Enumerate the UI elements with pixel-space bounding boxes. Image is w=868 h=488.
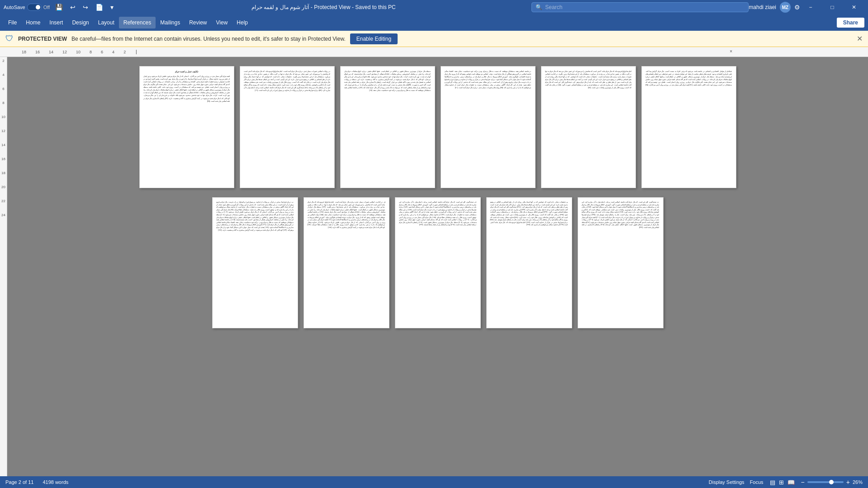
- view-icons: ▤ ⊞ 📖: [769, 478, 796, 487]
- menu-help[interactable]: Help: [232, 17, 252, 28]
- menu-file[interactable]: File: [4, 17, 21, 28]
- page-text-7: پ- دربارهٔ هزارها سخن در قرآن و روایات ا…: [216, 201, 294, 232]
- statusbar-right: Display Settings Focus ▤ ⊞ 📖 − + 26%: [709, 478, 863, 487]
- page-content-11: ث- نتیجه‌گیری کلی این است که مال حرام آف…: [578, 198, 663, 328]
- shield-icon: 🛡: [5, 34, 14, 43]
- page-content-4: در جامعه اسلامی همه مسلمانان موظفند که ن…: [441, 66, 535, 188]
- zoom-slider[interactable]: [807, 481, 844, 483]
- page-text-4: در جامعه اسلامی همه مسلمانان موظفند که ن…: [445, 70, 531, 89]
- display-settings[interactable]: Display Settings: [709, 479, 745, 485]
- page-text-10: و- تحقیقات نشان داده است که جوامعی که در…: [490, 201, 568, 227]
- redo-icon[interactable]: ↪: [81, 3, 90, 12]
- document-page-3[interactable]: مسئله مال حرام از مهم‌ترین مسائل فقهی و …: [340, 66, 435, 188]
- page-content-3: مسئله مال حرام از مهم‌ترین مسائل فقهی و …: [341, 66, 435, 188]
- page-text-5: امام صادق(ع) فرموده‌اند که مال حرام مانن…: [545, 70, 632, 89]
- focus-button[interactable]: Focus: [750, 479, 764, 485]
- document-area[interactable]: تکلیف عمل و لقمه حرام لقمه حرام تأثیر بس…: [7, 57, 868, 476]
- document-title: آثار شوم مال و لقمه حرام - Protected Vie…: [115, 4, 531, 10]
- page-content-9: ف- نتیجه‌گیری کلی این است که مال حرام آف…: [395, 198, 480, 328]
- minimize-button[interactable]: −: [800, 0, 821, 14]
- share-button[interactable]: Share: [837, 18, 864, 28]
- protected-view-message: Be careful—files from the Internet can c…: [71, 36, 346, 42]
- document-page-11[interactable]: ث- نتیجه‌گیری کلی این است که مال حرام آف…: [578, 197, 664, 328]
- enable-editing-button[interactable]: Enable Editing: [350, 33, 398, 44]
- page-content-10: و- تحقیقات نشان داده است که جوامعی که در…: [487, 198, 572, 328]
- save-icon[interactable]: 💾: [53, 3, 65, 12]
- document-page-10[interactable]: و- تحقیقات نشان داده است که جوامعی که در…: [486, 197, 572, 328]
- customize-icon[interactable]: ▾: [109, 3, 115, 12]
- new-doc-icon[interactable]: 📄: [94, 3, 105, 12]
- print-layout-icon[interactable]: ▤: [769, 478, 776, 487]
- page-text-9: ف- نتیجه‌گیری کلی این است که مال حرام آف…: [399, 201, 477, 227]
- ruler-marker: |: [136, 49, 137, 54]
- titlebar-left: AutoSave Off 💾 ↩ ↪ 📄 ▾: [4, 3, 115, 12]
- page-text-3: مسئله مال حرام از مهم‌ترین مسائل فقهی و …: [344, 70, 431, 92]
- document-page-7[interactable]: پ- دربارهٔ هزارها سخن در قرآن و روایات ا…: [212, 197, 298, 328]
- document-page-6[interactable]: شبکه‌ای از عوامل اقتصادی و اجتماعی در جا…: [641, 66, 736, 188]
- statusbar: Page 2 of 11 4198 words Display Settings…: [0, 476, 868, 488]
- autosave-state: Off: [43, 5, 50, 10]
- pages-container: تکلیف عمل و لقمه حرام لقمه حرام تأثیر بس…: [16, 66, 859, 328]
- word-count: 4198 words: [43, 479, 68, 485]
- protected-view-title: PROTECTED VIEW: [18, 36, 67, 42]
- autosave-control[interactable]: AutoSave Off: [4, 4, 50, 11]
- menu-view[interactable]: View: [212, 17, 232, 28]
- horizontal-ruler: | 18 16 14 12 10 8 6 4 2 ×: [0, 47, 868, 57]
- menubar: File Home Insert Design Layout Reference…: [0, 14, 868, 31]
- menu-insert[interactable]: Insert: [45, 17, 67, 28]
- menu-layout[interactable]: Layout: [94, 17, 119, 28]
- autosave-label: AutoSave: [4, 5, 25, 10]
- pages-row-2: پ- دربارهٔ هزارها سخن در قرآن و روایات ا…: [212, 197, 664, 328]
- autosave-toggle[interactable]: [27, 4, 42, 11]
- page-title-1: تکلیف عمل و لقمه حرام: [143, 70, 230, 73]
- user-avatar: MZ: [780, 2, 791, 13]
- document-page-8[interactable]: ق- در احادیث اسلامی تعبیرات بسیار تندی د…: [304, 197, 389, 328]
- main-area: 2 4 6 8 10 12 14 16 18 20 22 24 تکلیف عم…: [0, 57, 868, 476]
- close-button[interactable]: ✕: [844, 0, 864, 14]
- protected-view-bar: 🛡 PROTECTED VIEW Be careful—files from t…: [0, 31, 868, 47]
- page-text-1: لقمه حرام تأثیر بسیار بدی در روح و روان …: [143, 75, 230, 103]
- undo-icon[interactable]: ↩: [68, 3, 77, 12]
- username: mahdi ziaei: [749, 4, 776, 10]
- page-content-6: شبکه‌ای از عوامل اقتصادی و اجتماعی در جا…: [642, 66, 736, 188]
- search-input[interactable]: [545, 4, 745, 10]
- ruler-numbers: 18 16 14 12 10 8 6 4 2: [22, 50, 126, 54]
- zoom-level: 26%: [853, 479, 863, 485]
- zoom-in-button[interactable]: +: [846, 479, 850, 486]
- read-mode-icon[interactable]: 📖: [787, 478, 796, 487]
- menu-design[interactable]: Design: [67, 17, 93, 28]
- page-text-8: ق- در احادیث اسلامی تعبیرات بسیار تندی د…: [308, 201, 385, 229]
- zoom-controls: − + 26%: [801, 479, 863, 486]
- document-page-5[interactable]: امام صادق(ع) فرموده‌اند که مال حرام مانن…: [541, 66, 636, 188]
- ruler-end-marker: ×: [730, 49, 732, 54]
- protected-view-close-button[interactable]: ✕: [857, 34, 863, 43]
- page-text-2: در روایات اسلامی تعبیرات بسیار تندی دربا…: [244, 70, 331, 92]
- titlebar: AutoSave Off 💾 ↩ ↪ 📄 ▾ آثار شوم مال و لق…: [0, 0, 868, 14]
- document-page-4[interactable]: در جامعه اسلامی همه مسلمانان موظفند که ن…: [441, 66, 536, 188]
- user-info: mahdi ziaei MZ ⚙: [749, 2, 800, 13]
- menu-mailings[interactable]: Mailings: [156, 17, 185, 28]
- page-content-8: ق- در احادیث اسلامی تعبیرات بسیار تندی د…: [304, 198, 389, 328]
- vertical-ruler: 2 4 6 8 10 12 14 16 18 20 22 24: [0, 57, 7, 476]
- document-page-1[interactable]: تکلیف عمل و لقمه حرام لقمه حرام تأثیر بس…: [139, 66, 234, 188]
- page-content-5: امام صادق(ع) فرموده‌اند که مال حرام مانن…: [541, 66, 636, 188]
- settings-icon[interactable]: ⚙: [794, 4, 800, 11]
- document-page-9[interactable]: ف- نتیجه‌گیری کلی این است که مال حرام آف…: [395, 197, 481, 328]
- search-icon: 🔍: [536, 4, 542, 10]
- pages-row-1: تکلیف عمل و لقمه حرام لقمه حرام تأثیر بس…: [139, 66, 736, 188]
- page-info: Page 2 of 11: [5, 479, 33, 485]
- menu-review[interactable]: Review: [185, 17, 211, 28]
- document-page-2[interactable]: در روایات اسلامی تعبیرات بسیار تندی دربا…: [240, 66, 335, 188]
- menu-references[interactable]: References: [119, 17, 156, 28]
- maximize-button[interactable]: □: [822, 0, 843, 14]
- web-layout-icon[interactable]: ⊞: [778, 478, 785, 487]
- menu-home[interactable]: Home: [21, 17, 45, 28]
- page-text-6: شبکه‌ای از عوامل اقتصادی و اجتماعی در جا…: [645, 70, 732, 86]
- page-content-7: پ- دربارهٔ هزارها سخن در قرآن و روایات ا…: [213, 198, 298, 328]
- zoom-out-button[interactable]: −: [801, 479, 805, 486]
- page-content-1: تکلیف عمل و لقمه حرام لقمه حرام تأثیر بس…: [140, 66, 234, 188]
- window-controls: − □ ✕: [800, 0, 864, 14]
- search-bar[interactable]: 🔍: [531, 2, 749, 12]
- page-content-2: در روایات اسلامی تعبیرات بسیار تندی دربا…: [240, 66, 334, 188]
- page-text-11: ث- نتیجه‌گیری کلی این است که مال حرام آف…: [582, 201, 659, 229]
